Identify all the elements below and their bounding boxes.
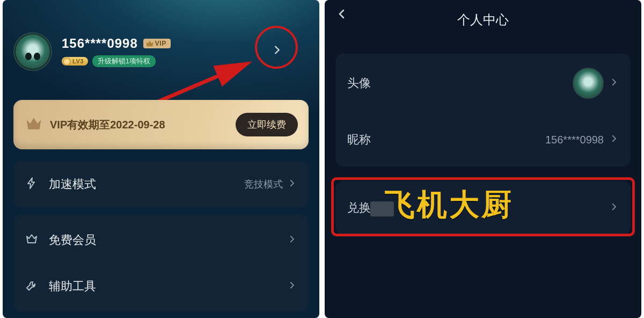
annotation-watermark: 飞机大厨	[385, 185, 514, 226]
free-vip-row[interactable]: 免费会员	[13, 217, 309, 263]
crown-icon	[25, 116, 42, 133]
vip-badge: VIP	[143, 39, 171, 48]
chevron-right-icon	[287, 280, 297, 292]
crown-outline-icon	[25, 233, 41, 248]
profile-panel: 头像 昵称 156****0998	[335, 54, 631, 167]
phone-number: 156****0998	[62, 36, 138, 51]
upgrade-hint: 升级解锁1项特权	[92, 55, 156, 67]
level-badge: LV3	[62, 57, 88, 66]
chevron-right-icon	[609, 134, 619, 146]
vip-expiry-card: VIP有效期至2022-09-28 立即续费	[13, 100, 309, 149]
avatar[interactable]	[13, 32, 52, 71]
annotation-circle	[255, 26, 298, 69]
other-card: 免费会员 辅助工具	[13, 215, 309, 312]
tools-row[interactable]: 辅助工具	[13, 263, 309, 309]
page-title: 个人中心	[325, 6, 641, 33]
crown-icon	[145, 40, 154, 47]
chevron-right-icon	[287, 178, 297, 190]
avatar	[573, 68, 604, 99]
wrench-icon	[25, 279, 41, 294]
vip-expiry-text: VIP有效期至2022-09-28	[50, 118, 236, 132]
chevron-right-icon	[287, 234, 297, 246]
nickname-row[interactable]: 昵称 156****0998	[335, 113, 631, 167]
chevron-right-icon	[609, 77, 619, 89]
chevron-right-icon	[609, 202, 619, 214]
lightning-icon	[25, 177, 41, 192]
avatar-row[interactable]: 头像	[335, 54, 631, 113]
boost-mode-row[interactable]: 加速模式 竞技模式	[13, 161, 309, 207]
left-screenshot: 156****0998 VIP LV3 升级解锁1项特权 VIP有效期至2022…	[3, 0, 319, 318]
right-screenshot: 个人中心 头像 昵称 156****0998 兑换码 飞机大厨	[325, 0, 641, 318]
boost-card: 加速模式 竞技模式	[13, 161, 309, 207]
renew-button[interactable]: 立即续费	[236, 113, 298, 136]
